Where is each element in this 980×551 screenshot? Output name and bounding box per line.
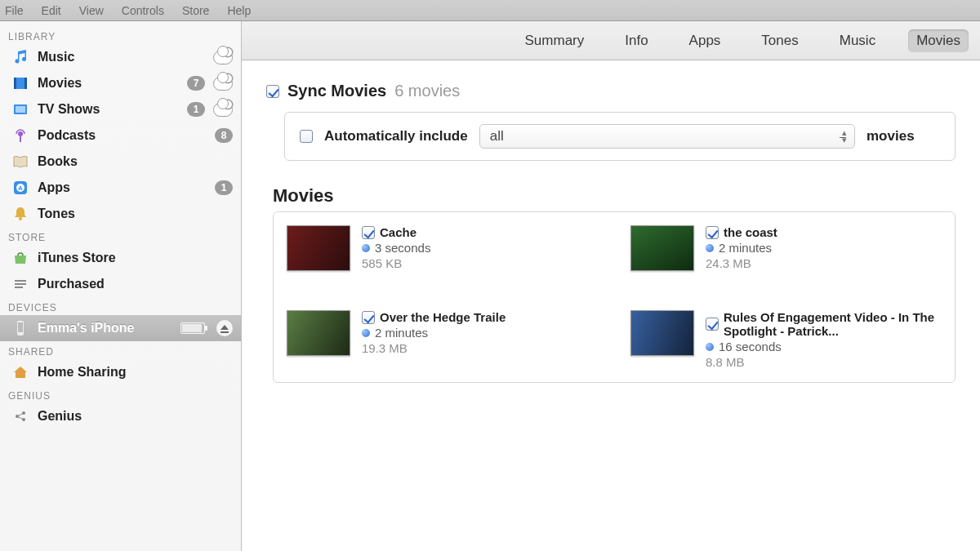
svg-rect-2 bbox=[24, 78, 27, 89]
movie-checkbox[interactable] bbox=[362, 311, 375, 324]
menu-view[interactable]: View bbox=[79, 4, 104, 17]
auto-include-select[interactable]: all ▴▾ bbox=[479, 124, 855, 149]
tv-icon bbox=[11, 100, 29, 118]
svg-point-10 bbox=[19, 217, 22, 220]
menu-file[interactable]: File bbox=[5, 4, 24, 17]
sidebar-item-label: Genius bbox=[38, 409, 233, 424]
svg-rect-15 bbox=[18, 322, 23, 332]
iphone-icon bbox=[11, 319, 29, 337]
movies-list: Cache 3 seconds 585 KB the coast 2 minut… bbox=[273, 211, 956, 383]
svg-point-5 bbox=[18, 131, 23, 136]
auto-include-label: Automatically include bbox=[324, 128, 468, 144]
sidebar-badge: 1 bbox=[187, 102, 205, 117]
movie-item[interactable]: Cache 3 seconds 585 KB bbox=[287, 225, 598, 271]
purchased-icon bbox=[11, 275, 29, 293]
device-tabbar: Summary Info Apps Tones Music Movies bbox=[242, 21, 980, 60]
movie-item[interactable]: Rules Of Engagement Video - In The Spotl… bbox=[630, 310, 942, 369]
tab-movies[interactable]: Movies bbox=[908, 29, 969, 52]
status-dot-icon bbox=[706, 244, 714, 252]
sync-movies-row: Sync Movies 6 movies bbox=[266, 82, 956, 100]
battery-icon bbox=[180, 322, 205, 334]
menu-help[interactable]: Help bbox=[227, 4, 251, 17]
movie-size: 19.3 MB bbox=[362, 341, 506, 355]
movie-item[interactable]: Over the Hedge Traile 2 minutes 19.3 MB bbox=[287, 310, 598, 369]
sidebar-item-label: Movies bbox=[38, 76, 179, 91]
sidebar-item-label: Emma's iPhone bbox=[38, 321, 172, 335]
sidebar-item-genius[interactable]: Genius bbox=[0, 403, 241, 429]
movies-list-heading: Movies bbox=[273, 185, 956, 207]
sidebar-item-label: Home Sharing bbox=[38, 365, 233, 380]
status-dot-icon bbox=[362, 244, 370, 252]
sidebar-item-apps[interactable]: A Apps 1 bbox=[0, 175, 241, 201]
movie-checkbox[interactable] bbox=[706, 226, 719, 239]
sidebar-item-label: Podcasts bbox=[38, 128, 207, 143]
sidebar-item-label: Apps bbox=[38, 180, 207, 195]
movie-item[interactable]: the coast 2 minutes 24.3 MB bbox=[630, 225, 942, 271]
sidebar-item-movies[interactable]: Movies 7 bbox=[0, 70, 241, 96]
sidebar-item-books[interactable]: Books bbox=[0, 149, 241, 175]
sidebar-item-label: iTunes Store bbox=[38, 251, 233, 265]
sidebar-item-purchased[interactable]: Purchased bbox=[0, 271, 241, 297]
movie-checkbox[interactable] bbox=[706, 318, 719, 331]
sidebar-item-itunes-store[interactable]: iTunes Store bbox=[0, 245, 241, 271]
movie-thumbnail bbox=[287, 310, 350, 356]
sidebar-item-label: Music bbox=[38, 50, 205, 64]
main-panel: Summary Info Apps Tones Music Movies Syn… bbox=[242, 21, 980, 551]
sidebar-section-shared: SHARED bbox=[0, 341, 241, 359]
sidebar-item-label: TV Shows bbox=[38, 102, 179, 117]
auto-include-bar: Automatically include all ▴▾ movies bbox=[284, 112, 956, 161]
sidebar-badge: 8 bbox=[215, 128, 233, 143]
sidebar-item-device[interactable]: Emma's iPhone bbox=[0, 315, 241, 341]
cloud-icon bbox=[213, 77, 233, 91]
status-dot-icon bbox=[706, 343, 714, 351]
movies-icon bbox=[11, 74, 29, 92]
sync-movies-checkbox[interactable] bbox=[266, 85, 279, 98]
movie-name: Cache bbox=[380, 225, 416, 239]
tab-tones[interactable]: Tones bbox=[753, 29, 806, 52]
movie-thumbnail bbox=[630, 225, 694, 271]
menu-edit[interactable]: Edit bbox=[42, 4, 61, 17]
sidebar-item-label: Books bbox=[38, 154, 233, 169]
movie-checkbox[interactable] bbox=[362, 226, 375, 239]
movie-name: Rules Of Engagement Video - In The Spotl… bbox=[724, 310, 942, 338]
menu-bar: File Edit View Controls Store Help bbox=[0, 0, 980, 21]
auto-include-checkbox[interactable] bbox=[300, 130, 313, 143]
movie-name: the coast bbox=[724, 225, 777, 239]
sidebar-item-tones[interactable]: Tones bbox=[0, 201, 241, 227]
tones-icon bbox=[11, 205, 29, 223]
status-dot-icon bbox=[362, 329, 370, 337]
movie-size: 24.3 MB bbox=[706, 256, 777, 270]
menu-controls[interactable]: Controls bbox=[122, 4, 164, 17]
movies-sync-panel: Sync Movies 6 movies Automatically inclu… bbox=[242, 60, 980, 551]
svg-rect-1 bbox=[14, 78, 16, 89]
sidebar-item-home-sharing[interactable]: Home Sharing bbox=[0, 359, 241, 385]
eject-button[interactable] bbox=[216, 320, 233, 336]
sidebar-item-podcasts[interactable]: Podcasts 8 bbox=[0, 122, 241, 149]
sidebar-section-library: LIBRARY bbox=[0, 26, 241, 44]
podcasts-icon bbox=[11, 127, 29, 144]
tab-summary[interactable]: Summary bbox=[517, 29, 593, 52]
movie-duration: 16 seconds bbox=[719, 340, 782, 353]
svg-rect-12 bbox=[15, 283, 26, 285]
movie-duration: 3 seconds bbox=[375, 241, 430, 255]
svg-rect-4 bbox=[16, 106, 25, 113]
sidebar-item-tv[interactable]: TV Shows 1 bbox=[0, 96, 241, 122]
movie-duration: 2 minutes bbox=[719, 241, 772, 255]
menu-store[interactable]: Store bbox=[182, 4, 209, 17]
tab-info[interactable]: Info bbox=[617, 29, 656, 52]
tab-apps[interactable]: Apps bbox=[681, 29, 729, 52]
sidebar: LIBRARY Music Movies 7 TV Shows 1 Podcas… bbox=[0, 21, 242, 551]
svg-rect-6 bbox=[20, 136, 21, 142]
movie-thumbnail bbox=[630, 310, 694, 356]
sidebar-section-devices: DEVICES bbox=[0, 297, 241, 315]
movie-size: 8.8 MB bbox=[706, 355, 942, 369]
movie-thumbnail bbox=[287, 225, 350, 271]
tab-music[interactable]: Music bbox=[831, 29, 884, 52]
movie-duration: 2 minutes bbox=[375, 326, 428, 340]
genius-icon bbox=[11, 407, 29, 425]
apps-icon: A bbox=[11, 179, 29, 197]
sidebar-item-music[interactable]: Music bbox=[0, 44, 241, 70]
auto-include-value: all bbox=[490, 128, 504, 144]
movie-size: 585 KB bbox=[362, 256, 430, 270]
svg-rect-13 bbox=[15, 287, 23, 288]
